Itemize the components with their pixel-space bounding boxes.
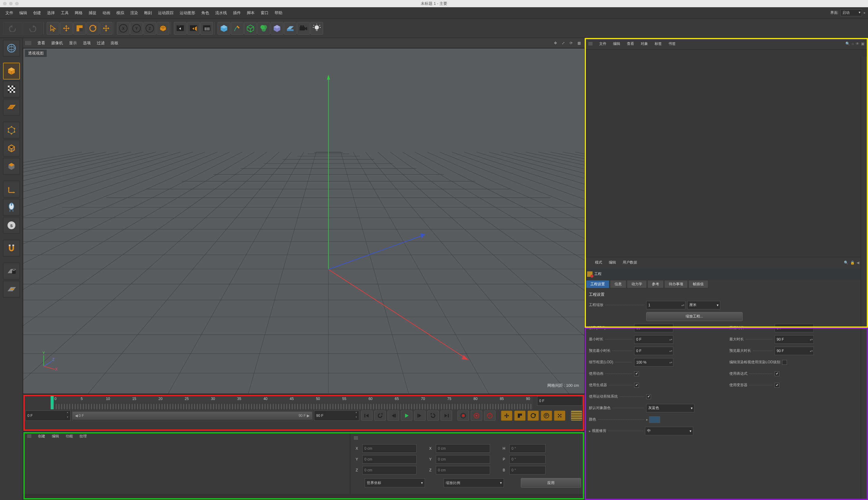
am-menu-userdata[interactable]: 用户数据 [623, 260, 637, 265]
scale-project-button[interactable]: 缩放工程... [646, 312, 743, 321]
workplane-snap-button[interactable] [3, 281, 20, 298]
search-icon[interactable]: 🔍 [844, 261, 848, 265]
rotation-p-input[interactable]: 0 ° [509, 455, 546, 464]
deformer-menu[interactable] [257, 22, 270, 35]
eye-icon[interactable]: 👁 [856, 42, 859, 46]
use-expressions-checkbox[interactable]: ✔ [775, 371, 779, 376]
search-icon[interactable]: 🔍 [845, 42, 850, 46]
om-menu-object[interactable]: 对象 [641, 41, 648, 46]
mat-menu-edit[interactable]: 编辑 [52, 434, 59, 439]
next-frame-button[interactable] [414, 410, 425, 421]
size-z-input[interactable]: 0 cm [436, 466, 490, 474]
axis-x-toggle[interactable]: X [117, 22, 130, 35]
next-key-button[interactable] [427, 410, 439, 421]
apply-button[interactable]: 应用 [521, 478, 581, 488]
main-menu-item[interactable]: 雕刻 [141, 10, 155, 16]
key-scale-button[interactable] [514, 410, 526, 421]
use-generators-checkbox[interactable]: ✔ [634, 383, 639, 388]
fps-input[interactable]: 30▴▾ [634, 324, 673, 332]
make-editable-button[interactable] [3, 40, 20, 57]
tab-todo[interactable]: 待办事项 [664, 280, 688, 288]
key-position-button[interactable] [501, 410, 512, 421]
key-parameter-button[interactable]: P [541, 410, 552, 421]
main-menu-item[interactable]: 动画 [99, 10, 113, 16]
mat-menu-texture[interactable]: 纹理 [80, 434, 87, 439]
key-rotation-button[interactable] [527, 410, 539, 421]
range-slider[interactable]: ◀ 0 F90 F ▶ [72, 410, 312, 421]
main-menu-item[interactable]: 模拟 [113, 10, 127, 16]
om-menu-tags[interactable]: 标签 [655, 41, 662, 46]
record-button[interactable] [457, 410, 469, 421]
mat-menu-function[interactable]: 功能 [66, 434, 73, 439]
main-menu-item[interactable]: 帮助 [271, 10, 286, 16]
vp-menu-camera[interactable]: 摄像机 [51, 41, 63, 46]
position-z-input[interactable]: 0 cm [362, 466, 416, 474]
position-y-input[interactable]: 0 cm [362, 455, 416, 464]
object-manager-tree[interactable] [586, 49, 867, 257]
floor-plane-menu[interactable] [284, 22, 297, 35]
default-color-select[interactable]: 灰蓝色 [646, 404, 694, 412]
play-button[interactable] [401, 410, 412, 421]
rotate-tool[interactable] [87, 22, 99, 35]
goto-start-button[interactable] [361, 410, 372, 421]
environment-menu[interactable] [271, 22, 283, 35]
am-menu-edit[interactable]: 编辑 [609, 260, 616, 265]
main-menu-item[interactable]: 选择 [44, 10, 58, 16]
tab-info[interactable]: 信息 [610, 280, 626, 288]
edge-mode-button[interactable] [3, 140, 20, 157]
main-menu-item[interactable]: 运动图形 [177, 10, 198, 16]
rotation-h-input[interactable]: 0 ° [509, 444, 546, 453]
key-pla-button[interactable] [554, 410, 565, 421]
frame-end-input[interactable]: 90 F▴▾ [314, 410, 359, 421]
use-animation-checkbox[interactable]: ✔ [634, 371, 639, 376]
min-time-input[interactable]: 0 F▴▾ [634, 335, 673, 344]
tab-dynamics[interactable]: 动力学 [627, 280, 647, 288]
main-menu-item[interactable]: 渲染 [127, 10, 141, 16]
main-menu-item[interactable]: 角色 [198, 10, 212, 16]
om-menu-file[interactable]: 文件 [599, 41, 607, 46]
mat-menu-create[interactable]: 创建 [38, 434, 45, 439]
om-menu-bookmarks[interactable]: 书签 [668, 41, 676, 46]
render-settings-button[interactable] [200, 22, 213, 35]
om-menu-view[interactable]: 查看 [627, 41, 634, 46]
lod-input[interactable]: 100 %▴▾ [634, 358, 673, 366]
coord-space-select[interactable]: 世界坐标 [365, 478, 425, 487]
vp-menu-view[interactable]: 查看 [37, 41, 45, 46]
main-menu-item[interactable]: 编辑 [16, 10, 30, 16]
tab-project-settings[interactable]: 工程设置 [586, 280, 609, 288]
move-tool[interactable] [60, 22, 73, 35]
texture-mode-button[interactable] [3, 81, 20, 98]
expand-icon[interactable]: ▣ [861, 42, 864, 46]
vp-menu-options[interactable]: 选项 [83, 41, 91, 46]
vp-nav-orbit-icon[interactable]: ⟳ [568, 40, 575, 46]
vp-menu-display[interactable]: 显示 [69, 41, 77, 46]
point-mode-button[interactable] [3, 122, 20, 138]
primitive-cube-menu[interactable] [218, 22, 230, 35]
scale-tool[interactable] [73, 22, 86, 35]
window-traffic-lights[interactable] [3, 2, 19, 5]
size-x-input[interactable]: 0 cm [436, 444, 490, 453]
max-time-input[interactable]: 90 F▴▾ [775, 335, 814, 344]
generator-menu[interactable] [244, 22, 257, 35]
main-menu-item[interactable]: 捕捉 [86, 10, 99, 16]
make-preview-button[interactable] [571, 410, 582, 421]
tweak-mode-button[interactable] [3, 199, 20, 216]
workplane-lock-button[interactable] [3, 263, 20, 280]
layout-dropdown[interactable]: 启动 [840, 9, 862, 16]
frame-start-input[interactable]: 0 F▴▾ [25, 410, 70, 421]
size-y-input[interactable]: 0 cm [436, 455, 490, 464]
preview-min-input[interactable]: 0 F▴▾ [634, 347, 673, 355]
use-motion-system-checkbox[interactable]: ✔ [646, 394, 651, 399]
right-dock-strip[interactable] [861, 57, 868, 500]
lock-icon[interactable]: 🔒 [850, 261, 855, 265]
main-menu-item[interactable]: 流水线 [212, 10, 230, 16]
model-mode-button[interactable] [3, 62, 20, 80]
main-menu-item[interactable]: 文件 [2, 10, 16, 16]
goto-end-button[interactable] [441, 410, 452, 421]
snap-toggle-button[interactable] [3, 240, 20, 257]
spline-pen-menu[interactable] [231, 22, 244, 35]
layout-next-icon[interactable]: ▸ [864, 11, 866, 15]
polygon-mode-button[interactable] [3, 158, 20, 175]
project-duration-input[interactable]: 0 F▴▾ [775, 324, 814, 332]
om-menu-edit[interactable]: 编辑 [613, 41, 620, 46]
